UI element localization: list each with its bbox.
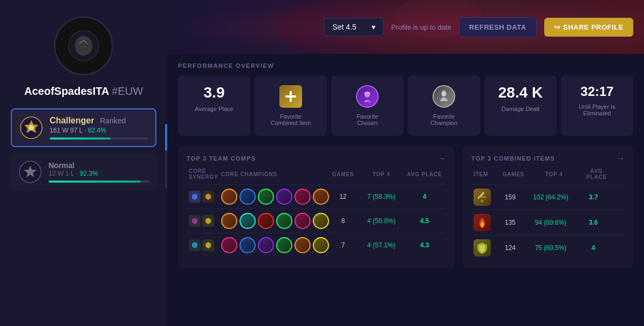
col-header-top4: Top 4 [530,171,578,177]
col-header-champs: Core Champions [221,171,329,177]
champ-circle [239,237,256,253]
combined-items-header: TOP 3 COMBINED ITEMS → [471,154,625,163]
perf-section-title: PERFORMANCE OVERVIEW [178,63,633,69]
share-arrow-icon: ↪ [554,23,560,31]
dropdown-arrow-icon: ▾ [372,23,375,31]
team-comps-table-header: Core Synergy Core Champions Games Top 4 … [187,168,446,180]
normal-rank-name: Normal [49,161,149,170]
fav-champ-icon [433,85,455,108]
svg-marker-16 [205,218,211,224]
fav-champ-label: FavoriteChampion [430,113,457,126]
svg-marker-14 [205,193,211,200]
normal-progress-bar [49,181,149,183]
banner: Set 4.5 ▾ Profile is up to date REFRESH … [167,0,644,54]
fav-item-icon [279,85,302,108]
avg-val: 4.5 [406,217,443,225]
scroll-indicator [165,124,167,189]
top4-val: 94 (69.6%) [526,219,575,226]
champ-circle [239,189,256,205]
synergy-hex [202,191,214,203]
champ-icons-row1 [221,189,329,205]
combined-items-title: TOP 3 COMBINED ITEMS [471,155,555,162]
set-label: Set 4.5 [332,23,356,31]
item-icon-1 [474,189,491,206]
rank-type: Ranked [100,116,126,125]
items-table-header: Item Games Top 4 Avg Place [471,168,625,180]
svg-marker-13 [192,193,197,200]
avg-val: 3.6 [577,219,609,226]
top4-val: 4 (57.1%) [357,241,406,249]
table-row: 12 7 (58.3%) 4 [187,184,446,209]
synergy-icons [189,215,221,227]
team-comps-header: TOP 3 TEAM COMPS → [187,154,446,163]
champ-circle [221,237,237,253]
games-val: 12 [329,193,357,200]
rank-winrate: 62.4% [88,127,106,134]
avg-place-label: Average Place [195,106,233,112]
champ-circle [258,237,274,253]
time-label: Until Player IsEliminated [579,103,615,116]
top4-val: 4 (50.0%) [357,217,406,225]
perf-avg-place: 3.9 Average Place [178,75,250,136]
perf-fav-chosen: FavoriteChosen [331,75,403,136]
set-dropdown[interactable]: Set 4.5 ▾ [324,18,383,36]
main-content: Set 4.5 ▾ Profile is up to date REFRESH … [167,0,644,326]
perf-fav-item: FavoriteCombined Item [255,75,327,136]
champ-circle [294,237,311,253]
item-icon-2 [474,214,491,231]
col-header-avg: Avg Place [406,171,443,177]
svg-rect-20 [478,196,486,198]
item-icon-3 [474,239,491,256]
col-header-synergy: Core Synergy [189,168,221,180]
bottom-panels: TOP 3 TEAM COMPS → Core Synergy Core Cha… [178,147,633,268]
combined-items-link[interactable]: → [617,154,625,163]
top4-val: 75 (60.5%) [526,244,575,252]
top4-val: 7 (58.3%) [357,193,406,200]
normal-card[interactable]: Normal 12 W 1 L · 92.3% [11,154,156,190]
share-button[interactable]: ↪ SHARE PROFILE [544,18,633,37]
svg-marker-15 [192,218,197,224]
avg-val: 4 [577,244,609,252]
col-header-games: Games [499,171,527,177]
refresh-button[interactable]: REFRESH DATA [459,17,537,37]
champ-circle [294,189,311,205]
avg-val: 4.3 [406,241,443,249]
banner-controls: Set 4.5 ▾ Profile is up to date REFRESH … [324,17,633,37]
synergy-icons [189,191,221,203]
avatar [54,16,113,75]
time-value: 32:17 [580,85,613,98]
champ-icons-row3 [221,237,329,253]
table-row: 8 4 (50.0%) 4.5 [187,209,446,233]
synergy-hex [189,191,201,203]
table-row: 124 75 (60.5%) 4 [471,235,625,260]
share-label: SHARE PROFILE [563,23,624,31]
synergy-hex [202,215,214,227]
ranked-card[interactable]: Challenger Ranked 161 W 97 L · 62.4% [11,108,156,147]
champ-circle [276,213,292,229]
champ-icons-row2 [221,213,329,229]
rank-progress-fill [50,137,111,140]
perf-damage: 28.4 K Damage Dealt [484,75,557,136]
username-text: AceofSpadesITA [24,85,109,97]
svg-marker-17 [192,242,197,248]
table-row: 7 4 (57.1%) 4.3 [187,233,446,257]
team-comps-title: TOP 3 TEAM COMPS [187,155,256,162]
normal-wins-losses: 12 W 1 L · [49,170,80,177]
champ-circle [258,213,274,229]
col-header-games: Games [329,171,357,177]
team-comps-link[interactable]: → [438,154,446,163]
profile-status: Profile is up to date [391,23,451,31]
champ-circle [276,237,292,253]
performance-section: PERFORMANCE OVERVIEW 3.9 Average Place [178,63,633,136]
synergy-icons [189,239,221,251]
fav-item-label: FavoriteCombined Item [271,113,311,126]
rank-name: Challenger [50,116,94,125]
champ-circle [221,189,237,205]
svg-point-4 [29,125,34,130]
ranked-info: Challenger Ranked 161 W 97 L · 62.4% [50,116,148,140]
scroll-thumb [165,124,167,151]
damage-value: 28.4 K [498,85,543,100]
synergy-hex [202,239,214,251]
table-row: 135 94 (69.6%) 3.6 [471,210,625,235]
rank-record: 161 W 97 L · 62.4% [50,127,148,134]
